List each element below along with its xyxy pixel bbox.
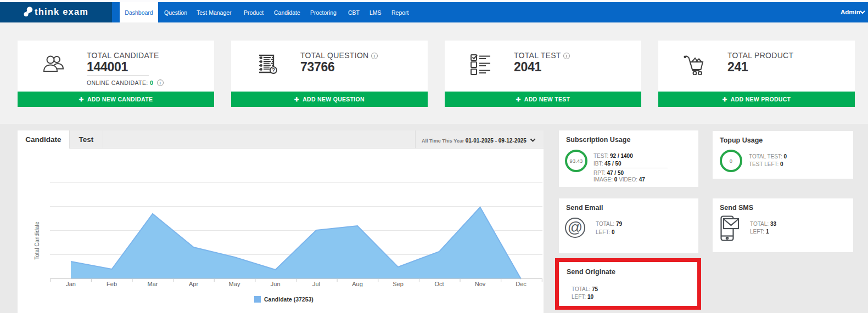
svg-text:Apr: Apr [189,281,198,287]
svg-text:Aug: Aug [352,281,363,287]
svg-text:Sep: Sep [393,281,404,287]
svg-text:Jun: Jun [271,281,281,287]
svg-text:Feb: Feb [107,281,117,287]
svg-text:Nov: Nov [475,281,486,287]
svg-text:Candidate (37253): Candidate (37253) [264,296,313,303]
svg-text:?: ? [272,67,275,73]
svg-text:Oct: Oct [434,281,444,287]
svg-text:Jul: Jul [312,281,320,287]
svg-text:Mar: Mar [148,281,158,287]
svg-text:Dec: Dec [516,281,527,287]
svg-text:May: May [229,281,240,287]
svg-text:Jan: Jan [66,281,76,287]
svg-text:Total Candidate: Total Candidate [34,221,40,260]
